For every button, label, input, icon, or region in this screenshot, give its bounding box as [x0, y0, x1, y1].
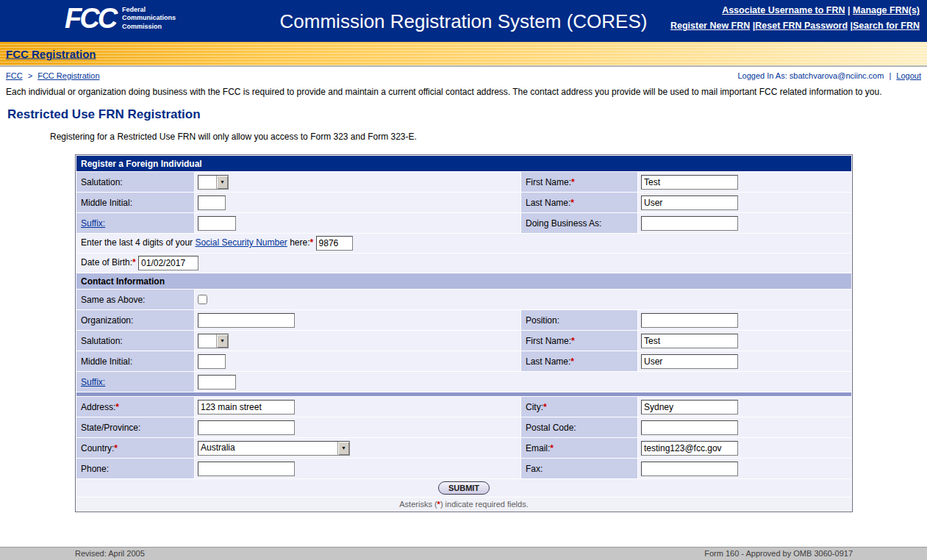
required-asterisk: * — [114, 443, 118, 453]
contact-suffix-link[interactable]: Suffix: — [81, 377, 105, 387]
contact-salutation-label: Salutation: — [76, 331, 194, 351]
country-label: Country:* — [76, 438, 194, 458]
footer: Revised: April 2005 Form 160 - Approved … — [0, 547, 927, 560]
section-header-foreign: Register a Foreign Individual — [76, 156, 851, 171]
breadcrumb-bar: FCC > FCC Registration Logged In As: sba… — [0, 67, 927, 83]
ssn-link[interactable]: Social Security Number — [195, 237, 287, 248]
table-row: Salutation: ▼ First Name:* — [76, 331, 851, 351]
manage-frns-link[interactable]: Manage FRN(s) — [853, 5, 920, 15]
submit-row: SUBMIT — [76, 479, 851, 497]
contact-middle-initial-input[interactable] — [198, 354, 226, 369]
breadcrumb: FCC > FCC Registration — [6, 71, 100, 80]
ssn-input[interactable] — [316, 236, 353, 251]
last-name-label: Last Name:* — [521, 193, 637, 212]
dob-label: Date of Birth: — [81, 257, 132, 268]
first-name-input[interactable] — [641, 175, 738, 190]
header-links: Associate Username to FRN | Manage FRN(s… — [670, 5, 920, 36]
required-asterisk: * — [550, 443, 554, 453]
page-subtitle: Registering for a Restricted Use FRN wil… — [50, 132, 927, 142]
organization-input[interactable] — [198, 313, 295, 328]
salutation-select[interactable]: ▼ — [198, 175, 229, 190]
dba-label: Doing Business As: — [521, 213, 637, 233]
fcc-logo-subtext: Federal Communications Commission — [122, 6, 176, 31]
country-select[interactable]: Australia ▼ — [198, 441, 350, 456]
fax-input[interactable] — [641, 462, 738, 476]
email-input[interactable] — [641, 441, 738, 456]
table-row: Same as Above: — [76, 290, 851, 309]
required-asterisk: * — [571, 336, 575, 346]
phone-input[interactable] — [198, 462, 295, 476]
contact-first-name-input[interactable] — [641, 334, 738, 348]
required-asterisk: * — [132, 257, 136, 268]
salutation-label: Salutation: — [76, 172, 194, 192]
separator: | — [889, 71, 891, 80]
ssn-label-post: here: — [290, 237, 309, 248]
section-header-contact: Contact Information — [76, 273, 851, 289]
intro-text: Each individual or organization doing bu… — [0, 83, 927, 98]
same-as-above-label: Same as Above: — [76, 290, 194, 309]
register-new-frn-link[interactable]: Register New FRN — [670, 21, 750, 31]
contact-last-name-input[interactable] — [641, 354, 738, 369]
organization-label: Organization: — [76, 310, 194, 330]
dropdown-arrow-icon: ▼ — [216, 334, 228, 348]
address-label: Address:* — [76, 397, 194, 417]
table-row: Organization: Position: — [76, 310, 851, 330]
last-name-input[interactable] — [641, 195, 738, 210]
gold-banner: FCC Registration — [0, 42, 927, 67]
dba-input[interactable] — [641, 216, 738, 231]
dropdown-arrow-icon: ▼ — [216, 176, 228, 189]
position-input[interactable] — [641, 313, 738, 328]
ssn-row: Enter the last 4 digits of your Social S… — [76, 234, 851, 253]
table-row: State/Province: Postal Code: — [76, 417, 851, 437]
contact-salutation-select[interactable]: ▼ — [198, 334, 229, 348]
fcc-logo: FCC Federal Communications Commission — [65, 4, 176, 32]
dob-row: Date of Birth:* — [76, 254, 851, 273]
contact-suffix-input[interactable] — [198, 375, 236, 390]
table-row: Suffix: Doing Business As: — [76, 213, 851, 233]
middle-initial-label: Middle Initial: — [76, 193, 194, 212]
table-row: Middle Initial: Last Name:* — [76, 193, 851, 212]
dropdown-arrow-icon: ▼ — [337, 442, 349, 455]
postal-code-input[interactable] — [641, 420, 738, 435]
postal-code-label: Postal Code: — [521, 417, 637, 437]
logged-in-text: Logged In As: sbatchvarova@nciinc.com — [737, 71, 884, 80]
page-title: Restricted Use FRN Registration — [7, 107, 927, 122]
first-name-label: First Name:* — [521, 172, 637, 192]
logout-link[interactable]: Logout — [896, 71, 921, 80]
suffix-input[interactable] — [198, 216, 236, 231]
required-asterisk: * — [115, 402, 119, 412]
state-province-input[interactable] — [198, 420, 295, 435]
app-title: Commission Registration System (CORES) — [280, 10, 648, 32]
contact-first-name-label: First Name:* — [521, 331, 637, 351]
city-input[interactable] — [641, 400, 738, 414]
fcc-logo-text: FCC — [65, 4, 115, 32]
footer-form-number: Form 160 - Approved by OMB 3060-0917 — [704, 549, 853, 558]
required-asterisk: * — [570, 198, 574, 208]
separator: | — [848, 5, 851, 15]
required-asterisk: * — [543, 402, 547, 412]
contact-last-name-label: Last Name:* — [521, 351, 637, 371]
session-info: Logged In As: sbatchvarova@nciinc.com | … — [737, 71, 921, 80]
breadcrumb-separator: > — [28, 71, 32, 80]
fax-label: Fax: — [521, 459, 637, 478]
ssn-label-pre: Enter the last 4 digits of your — [81, 237, 193, 248]
address-input[interactable] — [198, 400, 295, 414]
suffix-link[interactable]: Suffix: — [81, 218, 105, 229]
table-row: Suffix: — [76, 372, 851, 392]
submit-button[interactable]: SUBMIT — [438, 481, 490, 495]
table-row: Middle Initial: Last Name:* — [76, 351, 851, 371]
fcc-registration-link[interactable]: FCC Registration — [6, 48, 96, 60]
middle-initial-input[interactable] — [198, 195, 226, 210]
state-province-label: State/Province: — [76, 417, 194, 437]
breadcrumb-fcc-link[interactable]: FCC — [6, 71, 23, 80]
same-as-above-checkbox[interactable] — [198, 295, 207, 304]
top-header: FCC Federal Communications Commission Co… — [0, 0, 927, 42]
associate-username-link[interactable]: Associate Username to FRN — [722, 5, 845, 15]
registration-form: Register a Foreign Individual Salutation… — [75, 154, 853, 512]
position-label: Position: — [521, 310, 637, 330]
city-label: City:* — [521, 397, 637, 417]
search-for-frn-link[interactable]: Search for FRN — [853, 21, 920, 31]
dob-input[interactable] — [138, 256, 198, 270]
reset-frn-password-link[interactable]: Reset FRN Password — [755, 21, 848, 31]
breadcrumb-current-link[interactable]: FCC Registration — [37, 71, 99, 80]
